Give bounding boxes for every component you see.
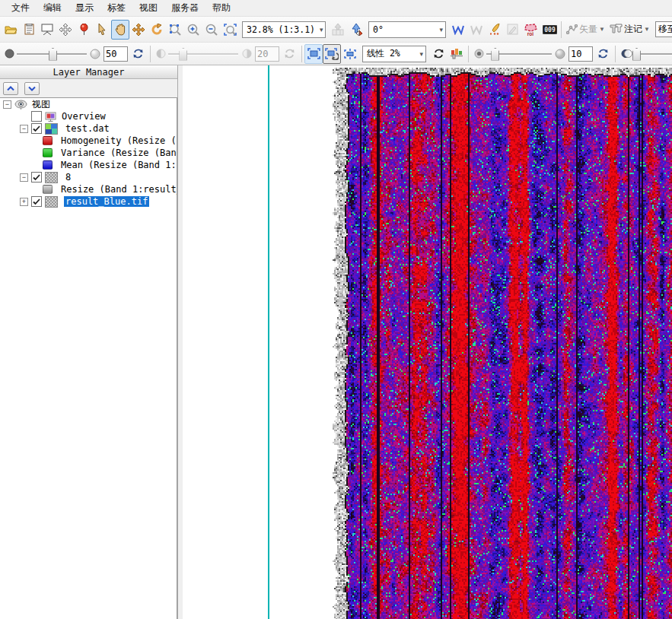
sharpen-input[interactable] <box>568 46 593 62</box>
check-icon <box>33 198 40 205</box>
contrast-slider[interactable] <box>168 46 238 62</box>
zoom-level-combo[interactable]: 32.8% (1:3.1) ▾ <box>242 21 326 38</box>
raster-image[interactable] <box>333 68 672 619</box>
layer-tree-item-3[interactable]: Homogeneity (Resize (Band <box>0 135 177 147</box>
image-view[interactable] <box>183 65 672 619</box>
contrast-reset-button[interactable] <box>280 44 298 64</box>
brightness-reset-button[interactable] <box>129 44 147 64</box>
layer-label[interactable]: Homogeneity (Resize (Band <box>59 135 177 146</box>
spatial-profile-button[interactable] <box>467 20 486 40</box>
snap-to-grid-button[interactable] <box>329 20 347 40</box>
brightness-slider[interactable] <box>17 46 87 62</box>
layer-label[interactable]: Mean (Resize (Band 1:resu <box>59 160 177 170</box>
expand-icon[interactable]: + <box>20 198 28 206</box>
placemark-button[interactable] <box>75 20 93 40</box>
brightness-input[interactable] <box>104 46 128 62</box>
collapse-icon[interactable]: − <box>20 125 28 133</box>
transparency-slider[interactable] <box>635 46 672 62</box>
layer-label[interactable]: 视图 <box>30 98 52 111</box>
layer-label[interactable]: test.dat <box>64 123 111 134</box>
zoom-out-button[interactable] <box>202 20 221 40</box>
move-layer-up-button[interactable] <box>3 82 18 95</box>
contrast-high-icon <box>238 44 255 64</box>
layer-label[interactable]: 8 <box>64 172 72 183</box>
zoom-box-icon <box>224 24 237 36</box>
layer-tree-item-5[interactable]: Mean (Resize (Band 1:resu <box>0 159 177 171</box>
edit-roi-button[interactable] <box>504 20 522 40</box>
view-eye-icon <box>14 100 27 110</box>
stretch-view-extent-button[interactable] <box>323 44 341 64</box>
roi-label: roi <box>527 31 534 37</box>
stretch-band-button[interactable] <box>341 44 359 64</box>
roi-tool-button[interactable]: roi <box>522 20 540 40</box>
pan-button[interactable] <box>111 20 129 40</box>
layer-label[interactable]: result_Blue.tif <box>64 196 149 207</box>
data-manager-button[interactable] <box>20 20 38 40</box>
overview-button[interactable] <box>56 20 75 40</box>
north-up-button[interactable] <box>347 20 365 40</box>
move-layer-down-button[interactable] <box>24 82 40 95</box>
rotate-view-button[interactable] <box>148 20 166 40</box>
spectral-profile-button[interactable] <box>449 20 467 40</box>
menu-item-5[interactable]: 服务器 <box>164 0 205 16</box>
layer-label[interactable]: Variance (Resize (Band 1: <box>59 148 177 158</box>
menu-item-6[interactable]: 帮助 <box>205 0 237 16</box>
layer-tree-item-7[interactable]: Resize (Band 1:result_Blu <box>0 183 177 195</box>
annotation-dropdown[interactable]: 注记 ▼ <box>607 23 652 36</box>
layer-label[interactable]: Overview <box>60 111 107 122</box>
slider-thumb[interactable] <box>491 48 499 61</box>
stretch-reset-button[interactable] <box>429 44 447 64</box>
menu-item-2[interactable]: 显示 <box>68 0 100 16</box>
text-annotation-icon <box>610 24 623 35</box>
overview-monitor-icon <box>45 112 57 122</box>
refresh-icon <box>132 49 144 59</box>
zoom-in-button[interactable] <box>184 20 202 40</box>
goto-input[interactable] <box>655 21 672 37</box>
slider-thumb[interactable] <box>49 48 57 61</box>
layer-tree: −视图Overview−test.datHomogeneity (Resize … <box>0 97 177 619</box>
select-button[interactable] <box>93 20 111 40</box>
zoom-fit-button[interactable] <box>166 20 184 40</box>
layer-visibility-checkbox[interactable] <box>31 172 42 183</box>
layer-order-buttons <box>0 79 177 98</box>
gray-wave-icon <box>470 24 483 35</box>
sharpen-slider[interactable] <box>486 46 552 62</box>
stretch-type-value: 线性 2% <box>367 48 400 59</box>
contrast-input[interactable] <box>255 46 279 62</box>
brightness-dark-icon <box>2 44 17 64</box>
stretch-type-combo[interactable]: 线性 2% ▾ <box>362 46 426 62</box>
layer-tree-item-4[interactable]: Variance (Resize (Band 1: <box>0 147 177 159</box>
menu-item-4[interactable]: 视图 <box>132 0 164 16</box>
sharpen-reset-button[interactable] <box>594 44 612 64</box>
layer-label[interactable]: Resize (Band 1:result_Blu <box>59 184 177 195</box>
layer-tree-item-2[interactable]: −test.dat <box>0 122 177 135</box>
vector-polyline-icon <box>566 24 578 34</box>
cursor-value-button[interactable]: 009 <box>540 20 559 40</box>
zoom-box-button[interactable] <box>221 20 239 40</box>
open-file-button[interactable] <box>2 20 20 40</box>
stretch-full-extent-button[interactable] <box>304 44 323 64</box>
layer-visibility-checkbox[interactable] <box>31 111 42 122</box>
fly-button[interactable] <box>129 20 148 40</box>
menu-item-0[interactable]: 文件 <box>5 0 37 16</box>
menu-item-3[interactable]: 标签 <box>100 0 132 16</box>
menu-item-1[interactable]: 编辑 <box>37 0 68 16</box>
slider-track <box>168 53 238 56</box>
layer-tree-item-0[interactable]: −视图 <box>0 98 177 110</box>
custom-stretch-button[interactable] <box>447 44 466 64</box>
clipboard-icon <box>24 24 34 35</box>
layer-visibility-checkbox[interactable] <box>31 196 42 207</box>
layer-tree-item-8[interactable]: +result_Blue.tif <box>0 195 177 208</box>
layer-tree-item-1[interactable]: Overview <box>0 110 177 122</box>
arbitrary-profile-button[interactable] <box>486 20 504 40</box>
pan-hand-icon <box>115 24 126 36</box>
rotation-combo[interactable]: 0° ▾ <box>368 21 446 38</box>
collapse-icon[interactable]: − <box>3 100 11 109</box>
slider-thumb[interactable] <box>179 48 187 61</box>
move-cross-icon <box>59 24 72 36</box>
chalkboard-button[interactable] <box>38 20 56 40</box>
layer-visibility-checkbox[interactable] <box>31 123 42 134</box>
collapse-icon[interactable]: − <box>20 173 28 182</box>
layer-tree-item-6[interactable]: −8 <box>0 171 177 183</box>
vector-dropdown[interactable]: 矢量 ▼ <box>564 23 607 36</box>
